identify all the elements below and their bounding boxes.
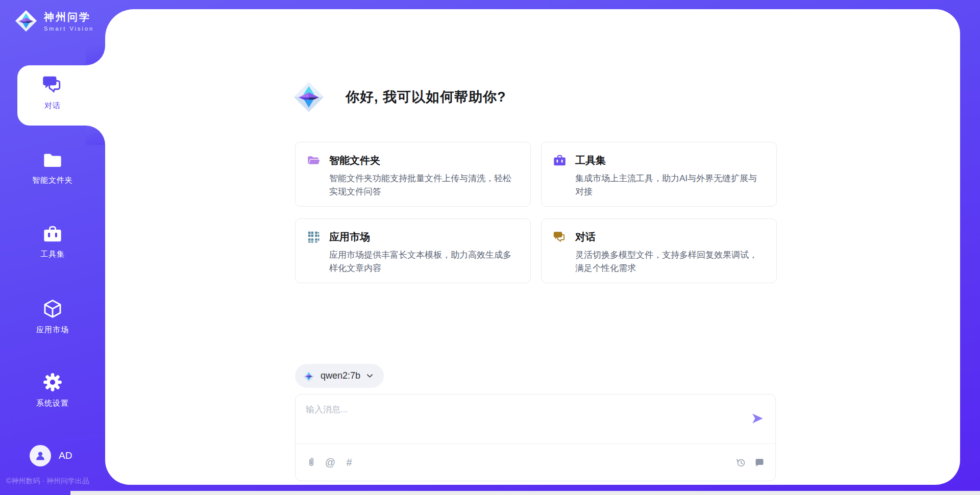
chat-bubbles-icon (553, 231, 567, 243)
cube-icon (42, 299, 63, 319)
feature-cards: 智能文件夹 智能文件夹功能支持批量文件上传与清洗，轻松实现文件问答 工具集 集成… (295, 142, 777, 283)
card-description: 集成市场上主流工具，助力AI与外界无缝扩展与对接 (575, 172, 764, 199)
sidebar-item-settings[interactable]: 系统设置 (0, 372, 105, 408)
sidebar-item-label: 系统设置 (0, 399, 105, 408)
chat-bubbles-icon (42, 75, 63, 95)
card-chat[interactable]: 对话 灵活切换多模型文件，支持多样回复效果调试，满足个性化需求 (541, 218, 777, 283)
card-title: 对话 (575, 230, 596, 244)
brand-subtitle: Smart Vision (44, 26, 94, 32)
app-window: 神州问学 Smart Vision 对话 智能文件夹 (0, 0, 980, 495)
avatar (30, 445, 51, 466)
tab-top-fillet (86, 46, 105, 65)
model-name: qwen2:7b (321, 370, 360, 381)
brand-logo-diamond-icon (14, 9, 38, 33)
greeting-block: 你好, 我可以如何帮助你? (292, 81, 506, 113)
card-title: 应用市场 (329, 230, 370, 244)
sidebar-item-label: 对话 (0, 101, 105, 111)
folder-open-icon (307, 154, 321, 167)
sidebar-item-label: 智能文件夹 (0, 176, 105, 185)
app-grid-icon (307, 231, 321, 243)
card-title: 工具集 (575, 154, 606, 167)
message-composer: @ # (295, 394, 776, 481)
user-account[interactable]: AD (30, 445, 72, 466)
tab-bottom-fillet (86, 126, 105, 145)
comment-icon[interactable] (754, 457, 765, 468)
horizontal-scrollbar[interactable] (70, 491, 980, 495)
send-icon[interactable] (751, 412, 764, 425)
card-description: 应用市场提供丰富长文本模板，助力高效生成多样化文章内容 (329, 249, 518, 275)
card-description: 智能文件夹功能支持批量文件上传与清洗，轻松实现文件问答 (329, 172, 518, 199)
sidebar-item-label: 工具集 (0, 250, 105, 259)
sidebar-item-chat[interactable]: 对话 (0, 75, 105, 111)
sidebar-item-toolset[interactable]: 工具集 (0, 225, 105, 259)
sidebar-item-label: 应用市场 (0, 325, 105, 335)
card-title: 智能文件夹 (329, 154, 380, 167)
copyright-text: ©神州数码 · 神州问学出品 (6, 477, 89, 486)
card-toolset[interactable]: 工具集 集成市场上主流工具，助力AI与外界无缝扩展与对接 (541, 142, 777, 207)
main-panel: 你好, 我可以如何帮助你? 智能文件夹 智能文件夹功能支持批量文件上传与清洗，轻… (105, 9, 960, 485)
hashtag-icon[interactable]: # (344, 457, 355, 468)
card-smart-folder[interactable]: 智能文件夹 智能文件夹功能支持批量文件上传与清洗，轻松实现文件问答 (295, 142, 531, 207)
user-name: AD (59, 450, 72, 461)
card-description: 灵活切换多模型文件，支持多样回复效果调试，满足个性化需求 (575, 249, 764, 275)
sidebar-item-app-market[interactable]: 应用市场 (0, 299, 105, 335)
attachment-icon[interactable] (306, 457, 317, 468)
message-input[interactable] (306, 404, 847, 438)
greeting-text: 你好, 我可以如何帮助你? (346, 88, 506, 106)
chevron-down-icon (366, 372, 374, 380)
sidebar-item-smart-folder[interactable]: 智能文件夹 (0, 151, 105, 185)
toolbox-icon (553, 154, 567, 167)
mention-icon[interactable]: @ (325, 457, 336, 468)
card-app-market[interactable]: 应用市场 应用市场提供丰富长文本模板，助力高效生成多样化文章内容 (295, 218, 531, 283)
model-selector[interactable]: qwen2:7b (295, 364, 384, 388)
history-icon[interactable] (735, 457, 746, 468)
brand-name: 神州问学 (44, 10, 94, 24)
assistant-logo-diamond-icon (292, 81, 325, 113)
gear-icon (42, 372, 63, 392)
model-logo-diamond-icon (303, 370, 315, 382)
person-icon (34, 450, 46, 462)
folder-icon (42, 151, 63, 171)
brand: 神州问学 Smart Vision (14, 9, 94, 33)
toolbox-icon (42, 225, 63, 245)
